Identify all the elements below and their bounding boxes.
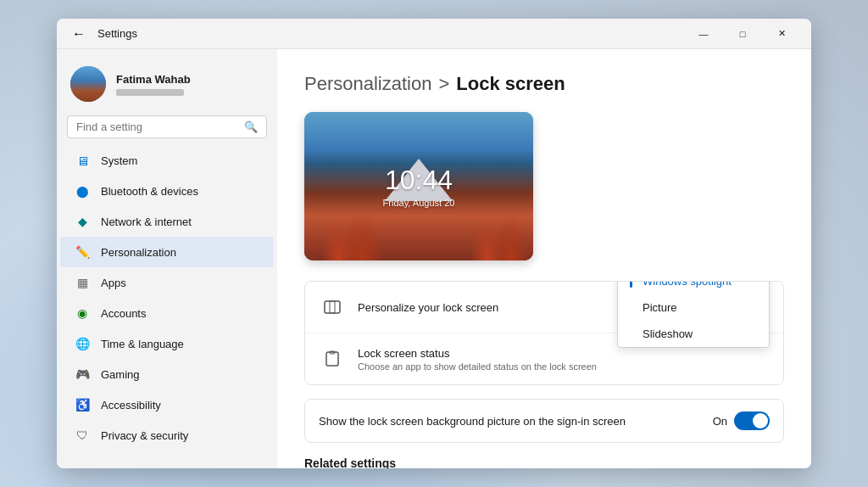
time-icon: 🌐 [74,335,91,352]
back-button[interactable]: ← [67,22,91,46]
sign-in-background-row: Show the lock screen background picture … [305,400,783,442]
toggle-label: On [713,415,727,428]
dropdown-option-slideshow[interactable]: Slideshow [618,321,769,347]
close-button[interactable]: ✕ [762,19,801,49]
search-icon: 🔍 [244,120,258,133]
window-controls: — □ ✕ [684,19,801,49]
breadcrumb: Personalization > Lock screen [304,73,784,95]
user-subtitle [116,89,184,96]
sidebar-item-accounts[interactable]: ◉ Accounts [60,298,274,328]
sidebar-item-label: Apps [101,277,126,289]
avatar-image [70,66,106,102]
user-section: Fatima Wahab [57,59,277,115]
apps-icon: ▦ [74,274,91,291]
sidebar-item-label: Accessibility [101,399,161,411]
svg-rect-1 [330,301,335,313]
sidebar-item-accessibility[interactable]: ♿ Accessibility [60,389,274,420]
sidebar-item-label: Gaming [101,368,140,381]
sidebar-item-time[interactable]: 🌐 Time & language [60,328,274,359]
related-settings-title: Related settings [304,456,784,468]
sign-in-screen-section: Show the lock screen background picture … [304,399,784,443]
sidebar-item-label: Privacy & security [101,429,188,442]
sign-in-toggle-wrap: On [713,411,770,430]
sidebar-item-label: Network & internet [101,216,192,228]
avatar [70,66,106,102]
privacy-icon: 🛡 [74,427,91,444]
lock-screen-status-label: Lock screen status [358,347,770,360]
maximize-button[interactable]: □ [723,19,762,49]
titlebar: ← Settings — □ ✕ [57,19,811,49]
lock-screen-status-icon [319,345,346,372]
sign-in-toggle[interactable] [734,411,770,430]
sidebar-item-privacy[interactable]: 🛡 Privacy & security [60,420,274,451]
sidebar-item-label: Personalization [101,246,176,259]
main-content: Fatima Wahab 🔍 🖥 System ⬤ Bluetooth & de… [57,49,811,468]
breadcrumb-parent: Personalization [304,73,431,95]
minimize-button[interactable]: — [684,19,723,49]
user-info: Fatima Wahab [116,73,191,96]
system-icon: 🖥 [74,152,91,169]
sidebar-item-apps[interactable]: ▦ Apps [60,267,274,298]
lock-screen-settings-section: Personalize your lock screen Windows spo… [304,281,784,385]
sidebar-item-bluetooth[interactable]: ⬤ Bluetooth & devices [60,176,274,206]
search-input[interactable] [76,120,237,133]
user-name: Fatima Wahab [116,73,191,86]
dropdown-option-label: Slideshow [643,327,693,340]
dropdown-option-label: Windows spotlight [643,281,732,288]
breadcrumb-current: Lock screen [456,73,565,95]
lock-screen-preview: 10:44 Friday, August 20 [304,112,533,260]
bluetooth-icon: ⬤ [74,182,91,199]
dropdown-option-picture[interactable]: Picture [618,294,769,321]
sidebar: Fatima Wahab 🔍 🖥 System ⬤ Bluetooth & de… [57,49,277,468]
sign-in-background-label: Show the lock screen background picture … [319,415,713,428]
sidebar-item-personalization[interactable]: ✏️ Personalization [60,237,274,267]
dropdown-option-spotlight[interactable]: Windows spotlight [618,281,769,294]
gaming-icon: 🎮 [74,366,91,383]
back-icon: ← [72,26,86,42]
sidebar-item-label: Time & language [101,338,184,350]
svg-rect-0 [325,301,340,313]
settings-window: ← Settings — □ ✕ Fatima Wahab 🔍 [57,19,811,468]
sidebar-item-label: System [101,154,137,167]
lock-screen-type-dropdown[interactable]: Windows spotlight Picture Slideshow [617,281,770,348]
sidebar-item-system[interactable]: 🖥 System [60,145,274,176]
personalization-icon: ✏️ [74,244,91,260]
accessibility-icon: ♿ [74,396,91,413]
personalize-lock-screen-row[interactable]: Personalize your lock screen Windows spo… [305,282,783,333]
sidebar-item-label: Accounts [101,307,146,320]
breadcrumb-separator: > [438,73,449,95]
lock-time: 10:44 [385,165,453,196]
lock-screen-personalize-icon [319,294,346,321]
sidebar-item-label: Bluetooth & devices [101,185,198,198]
sidebar-item-gaming[interactable]: 🎮 Gaming [60,359,274,389]
lock-screen-status-text: Lock screen status Choose an app to show… [358,347,770,372]
selected-indicator [630,281,632,288]
content-area: Personalization > Lock screen 10:44 Frid… [277,49,811,468]
accounts-icon: ◉ [74,305,91,322]
window-title: Settings [97,27,684,40]
sign-in-background-text: Show the lock screen background picture … [319,415,713,428]
dropdown-option-label: Picture [643,301,676,314]
lock-screen-status-desc: Choose an app to show detailed status on… [358,361,770,372]
lock-date: Friday, August 20 [383,198,455,208]
network-icon: ◆ [74,213,91,230]
search-box[interactable]: 🔍 [67,115,267,138]
sidebar-item-network[interactable]: ◆ Network & internet [60,206,274,237]
